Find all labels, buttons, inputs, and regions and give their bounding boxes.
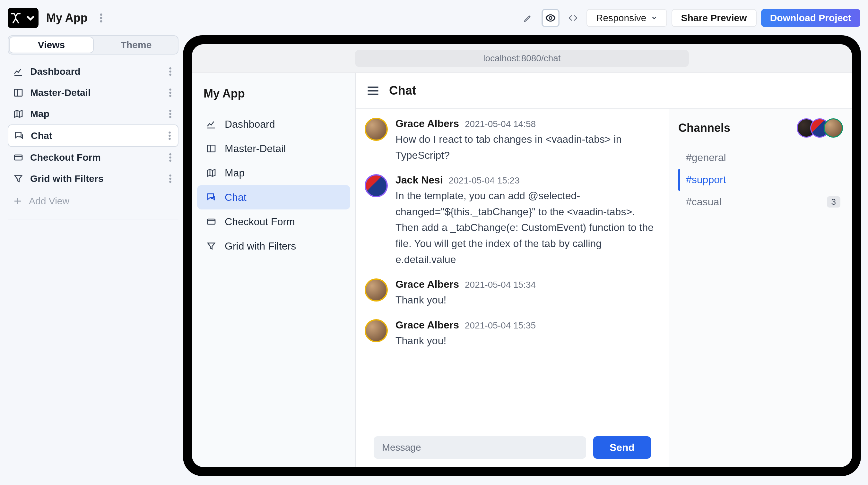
editor-view-label: Checkout Form — [30, 152, 161, 163]
page-title: Chat — [389, 84, 416, 98]
channel-item[interactable]: #support — [678, 169, 843, 191]
svg-point-1 — [100, 17, 102, 19]
channel-members-avatars[interactable] — [803, 118, 843, 138]
chevron-down-icon — [24, 11, 37, 24]
svg-point-13 — [169, 116, 172, 118]
svg-point-21 — [169, 174, 172, 177]
editor-view-item[interactable]: Chat — [8, 125, 179, 147]
svg-point-6 — [169, 74, 172, 76]
pencil-icon — [523, 13, 533, 23]
svg-point-8 — [169, 89, 172, 91]
svg-point-12 — [169, 113, 172, 115]
message-time: 2021-05-04 15:34 — [465, 280, 536, 290]
svg-point-19 — [169, 157, 172, 159]
columns-icon — [13, 87, 24, 98]
chat-icon — [13, 130, 24, 141]
nav-label: Grid with Filters — [225, 240, 296, 252]
svg-point-0 — [100, 13, 102, 16]
channel-badge: 3 — [827, 196, 840, 207]
app-name: My App — [46, 11, 88, 25]
add-view-button[interactable]: Add View — [8, 189, 179, 213]
nav-item[interactable]: Dashboard — [197, 112, 350, 136]
url-bar[interactable]: localhost:8080/chat — [355, 50, 689, 67]
svg-rect-7 — [14, 89, 22, 96]
eye-icon — [545, 12, 556, 24]
avatar — [365, 174, 388, 197]
svg-point-5 — [169, 71, 172, 73]
editor-view-item[interactable]: Map — [8, 103, 179, 125]
nav-label: Master-Detail — [225, 143, 286, 155]
share-preview-button[interactable]: Share Preview — [672, 9, 756, 27]
more-vertical-icon — [100, 13, 102, 23]
chat-message: Grace Albers 2021-05-04 14:58 How do I r… — [365, 118, 660, 163]
menu-toggle-button[interactable] — [366, 84, 380, 98]
svg-point-11 — [169, 110, 172, 112]
nav-label: Chat — [225, 192, 247, 203]
nav-item[interactable]: Master-Detail — [197, 136, 350, 161]
tab-theme[interactable]: Theme — [94, 36, 178, 54]
nav-label: Map — [225, 167, 245, 179]
app-name-more-button[interactable] — [97, 11, 105, 24]
tab-views[interactable]: Views — [9, 37, 94, 53]
message-text: Thank you! — [396, 292, 659, 308]
svg-point-20 — [169, 160, 172, 162]
editor-view-item[interactable]: Dashboard — [8, 61, 179, 82]
columns-icon — [205, 142, 218, 155]
message-author: Grace Albers — [396, 118, 459, 130]
editor-view-more-button[interactable] — [166, 130, 173, 142]
editor-view-item[interactable]: Master-Detail — [8, 82, 179, 103]
svg-point-18 — [169, 153, 172, 156]
chevron-down-icon — [651, 15, 657, 21]
nav-label: Dashboard — [225, 118, 275, 130]
svg-rect-17 — [14, 155, 22, 160]
channel-name: #support — [686, 174, 726, 186]
editor-view-label: Master-Detail — [30, 87, 161, 98]
brand-logo-dropdown[interactable] — [8, 8, 38, 28]
message-text: In the template, you can add @selected-c… — [396, 188, 659, 267]
message-text: Thank you! — [396, 333, 659, 349]
responsive-select[interactable]: Responsive — [587, 9, 667, 27]
nav-item[interactable]: Grid with Filters — [197, 234, 350, 258]
editor-view-more-button[interactable] — [167, 87, 173, 99]
message-author: Grace Albers — [396, 279, 459, 290]
svg-point-2 — [100, 20, 102, 23]
message-time: 2021-05-04 14:58 — [465, 119, 536, 129]
preview-mode-button[interactable] — [541, 9, 559, 27]
nav-item[interactable]: Map — [197, 161, 350, 185]
svg-point-4 — [169, 67, 172, 70]
editor-view-item[interactable]: Grid with Filters — [8, 168, 179, 189]
message-input[interactable] — [374, 436, 586, 459]
nav-item[interactable]: Checkout Form — [197, 209, 350, 234]
map-icon — [205, 166, 218, 179]
editor-view-label: Map — [30, 108, 161, 119]
message-author: Grace Albers — [396, 319, 459, 331]
channels-title: Channels — [678, 121, 730, 135]
channel-item[interactable]: #general — [678, 147, 843, 169]
editor-view-more-button[interactable] — [167, 172, 173, 185]
device-frame: localhost:8080/chat My App Dashboard Mas… — [183, 35, 861, 476]
svg-point-10 — [169, 95, 172, 97]
nav-label: Checkout Form — [225, 216, 295, 228]
editor-view-more-button[interactable] — [167, 65, 173, 77]
nav-item[interactable]: Chat — [197, 185, 350, 209]
editor-view-item[interactable]: Checkout Form — [8, 147, 179, 168]
channel-item[interactable]: #casual3 — [678, 191, 843, 213]
map-icon — [13, 108, 24, 119]
code-icon — [568, 13, 578, 23]
download-project-button[interactable]: Download Project — [761, 9, 860, 27]
card-icon — [13, 152, 24, 163]
svg-rect-25 — [207, 219, 215, 224]
edit-mode-button[interactable] — [519, 9, 537, 27]
code-mode-button[interactable] — [564, 9, 582, 27]
editor-view-more-button[interactable] — [167, 152, 173, 164]
avatar — [365, 279, 388, 301]
channel-name: #general — [686, 152, 726, 164]
filter-icon — [205, 239, 218, 253]
message-time: 2021-05-04 15:23 — [449, 175, 520, 186]
avatar — [365, 319, 388, 342]
editor-view-more-button[interactable] — [167, 108, 173, 120]
svg-point-3 — [549, 17, 552, 20]
card-icon — [205, 215, 218, 228]
send-button[interactable]: Send — [593, 436, 651, 459]
responsive-label: Responsive — [596, 12, 647, 24]
